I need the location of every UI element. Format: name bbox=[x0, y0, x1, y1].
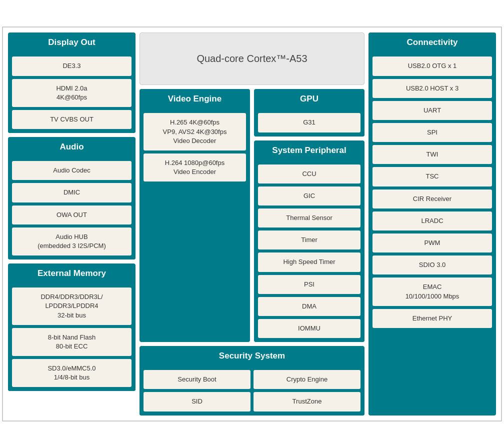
audio-body: Audio Codec DMIC OWA OUT Audio HUB(embed… bbox=[8, 157, 136, 260]
list-item: EMAC10/100/1000 Mbps bbox=[372, 278, 492, 306]
list-item: TWI bbox=[372, 145, 492, 164]
security-system-section: Security System Security Boot Crypto Eng… bbox=[140, 346, 364, 415]
connectivity-title: Connectivity bbox=[368, 32, 496, 52]
display-out-section: Display Out DE3.3 HDMI 2.0a4K@60fps TV C… bbox=[8, 32, 136, 133]
audio-title: Audio bbox=[8, 137, 136, 157]
list-item: Thermal Sensor bbox=[258, 208, 360, 228]
list-item: H.264 1080p@60fpsVideo Encoder bbox=[144, 154, 246, 182]
list-item: SID bbox=[144, 392, 250, 411]
external-memory-section: External Memory DDR4/DDR3/DDR3L/LPDDR3/L… bbox=[8, 264, 136, 391]
list-item: Audio HUB(embedded 3 I2S/PCM) bbox=[12, 228, 132, 256]
cpu-label: Quad-core Cortex™-A53 bbox=[196, 53, 307, 64]
video-gpu-row: Video Engine H.265 4K@60fpsVP9, AVS2 4K@… bbox=[140, 89, 364, 342]
list-item: DDR4/DDR3/DDR3L/LPDDR3/LPDDR432-bit bus bbox=[12, 288, 132, 325]
list-item: GIC bbox=[258, 186, 360, 206]
list-item: G31 bbox=[258, 113, 360, 132]
list-item: DMA bbox=[258, 297, 360, 316]
audio-section: Audio Audio Codec DMIC OWA OUT Audio HUB… bbox=[8, 137, 136, 260]
gpu-section: GPU G31 bbox=[254, 89, 364, 136]
list-item: USB2.0 HOST x 3 bbox=[372, 79, 492, 98]
display-out-title: Display Out bbox=[8, 32, 136, 52]
list-item: TSC bbox=[372, 167, 492, 186]
system-peripheral-title: System Peripheral bbox=[254, 140, 364, 160]
list-item: H.265 4K@60fpsVP9, AVS2 4K@30fpsVideo De… bbox=[144, 113, 246, 150]
list-item: SDIO 3.0 bbox=[372, 256, 492, 274]
list-item: DE3.3 bbox=[12, 56, 132, 76]
system-peripheral-body: CCU GIC Thermal Sensor Timer High Speed … bbox=[254, 160, 364, 342]
list-item: SPI bbox=[372, 123, 492, 142]
system-peripheral-section: System Peripheral CCU GIC Thermal Sensor… bbox=[254, 140, 364, 342]
external-memory-title: External Memory bbox=[8, 264, 136, 284]
connectivity-body: USB2.0 OTG x 1 USB2.0 HOST x 3 UART SPI … bbox=[368, 52, 496, 332]
list-item: LRADC bbox=[372, 212, 492, 230]
display-out-body: DE3.3 HDMI 2.0a4K@60fps TV CVBS OUT bbox=[8, 52, 136, 133]
main-diagram: Display Out DE3.3 HDMI 2.0a4K@60fps TV C… bbox=[2, 26, 502, 421]
list-item: CIR Receiver bbox=[372, 190, 492, 208]
video-engine-body: H.265 4K@60fpsVP9, AVS2 4K@30fpsVideo De… bbox=[140, 109, 250, 186]
list-item: TV CVBS OUT bbox=[12, 110, 132, 129]
list-item: OWA OUT bbox=[12, 206, 132, 224]
cpu-block: Quad-core Cortex™-A53 bbox=[140, 32, 364, 85]
list-item: Security Boot bbox=[144, 370, 250, 389]
security-system-body: Security Boot Crypto Engine SID TrustZon… bbox=[140, 366, 364, 415]
list-item: PWM bbox=[372, 234, 492, 252]
center-column: Quad-core Cortex™-A53 Video Engine H.265… bbox=[140, 32, 364, 415]
list-item: DMIC bbox=[12, 183, 132, 202]
list-item: Audio Codec bbox=[12, 161, 132, 180]
video-engine-section: Video Engine H.265 4K@60fpsVP9, AVS2 4K@… bbox=[140, 89, 250, 342]
connectivity-section: Connectivity USB2.0 OTG x 1 USB2.0 HOST … bbox=[368, 32, 496, 415]
list-item: IOMMU bbox=[258, 319, 360, 338]
gpu-body: G31 bbox=[254, 109, 364, 136]
external-memory-body: DDR4/DDR3/DDR3L/LPDDR3/LPDDR432-bit bus … bbox=[8, 284, 136, 391]
gpu-title: GPU bbox=[254, 89, 364, 109]
right-column: Connectivity USB2.0 OTG x 1 USB2.0 HOST … bbox=[368, 32, 496, 415]
gpu-peripheral-stack: GPU G31 System Peripheral CCU GIC Therma… bbox=[254, 89, 364, 342]
list-item: USB2.0 OTG x 1 bbox=[372, 56, 492, 76]
left-column: Display Out DE3.3 HDMI 2.0a4K@60fps TV C… bbox=[8, 32, 136, 415]
list-item: Ethernet PHY bbox=[372, 309, 492, 328]
video-engine-title: Video Engine bbox=[140, 89, 250, 109]
list-item: TrustZone bbox=[254, 392, 360, 411]
list-item: CCU bbox=[258, 164, 360, 184]
list-item: HDMI 2.0a4K@60fps bbox=[12, 79, 132, 107]
list-item: 8-bit Nand Flash80-bit ECC bbox=[12, 328, 132, 356]
security-system-title: Security System bbox=[140, 346, 364, 366]
list-item: UART bbox=[372, 101, 492, 120]
list-item: Crypto Engine bbox=[254, 370, 360, 389]
list-item: High Speed Timer bbox=[258, 252, 360, 272]
list-item: Timer bbox=[258, 230, 360, 250]
list-item: PSI bbox=[258, 275, 360, 294]
list-item: SD3.0/eMMC5.01/4/8-bit bus bbox=[12, 359, 132, 387]
